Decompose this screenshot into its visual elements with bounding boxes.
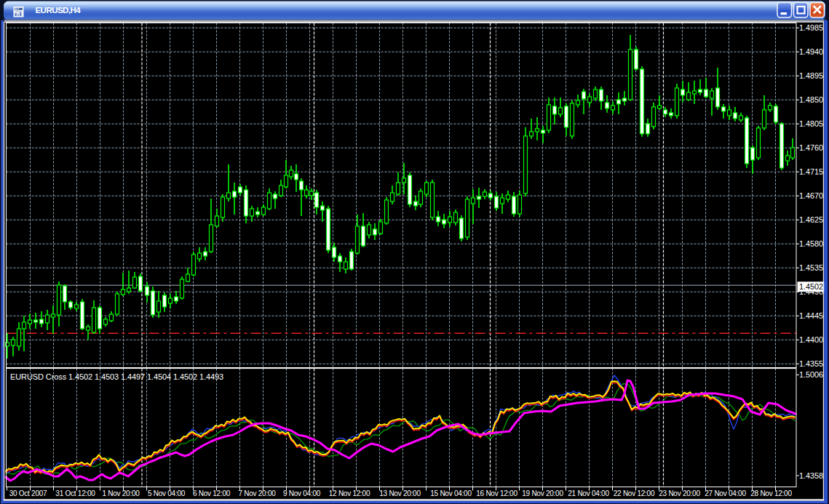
svg-text:1.5006: 1.5006 [799, 370, 823, 379]
svg-text:1.4445: 1.4445 [799, 311, 823, 320]
svg-text:9 Nov 04:00: 9 Nov 04:00 [283, 489, 321, 497]
svg-text:12 Nov 12:00: 12 Nov 12:00 [329, 489, 370, 497]
svg-text:1.4985: 1.4985 [799, 23, 823, 32]
svg-text:EURUSD Cross 1.4502 1.4503 1.4: EURUSD Cross 1.4502 1.4503 1.4497 1.4504… [10, 372, 223, 381]
svg-text:1.4400: 1.4400 [799, 335, 823, 344]
svg-text:21 Nov 04:00: 21 Nov 04:00 [568, 489, 609, 497]
svg-text:1.4895: 1.4895 [799, 71, 823, 80]
svg-text:1.4580: 1.4580 [799, 239, 823, 248]
svg-text:27 Nov 04:00: 27 Nov 04:00 [705, 489, 746, 497]
svg-text:1.4535: 1.4535 [799, 263, 823, 272]
svg-text:1.4670: 1.4670 [799, 191, 823, 200]
svg-text:5 Nov 04:00: 5 Nov 04:00 [148, 489, 186, 497]
svg-text:1.4940: 1.4940 [799, 47, 823, 56]
svg-text:30 Oct 2007: 30 Oct 2007 [9, 489, 47, 497]
svg-text:13 Nov 20:00: 13 Nov 20:00 [379, 489, 421, 497]
svg-text:31 Oct 12:00: 31 Oct 12:00 [55, 489, 95, 497]
svg-text:1 Nov 20:00: 1 Nov 20:00 [102, 489, 140, 497]
svg-text:16 Nov 12:00: 16 Nov 12:00 [476, 489, 517, 497]
svg-text:1.4355: 1.4355 [799, 359, 823, 368]
svg-text:1.4715: 1.4715 [799, 167, 823, 176]
svg-text:7 Nov 20:00: 7 Nov 20:00 [238, 489, 276, 497]
svg-text:1.4805: 1.4805 [799, 119, 823, 128]
svg-text:6 Nov 12:00: 6 Nov 12:00 [193, 489, 231, 497]
svg-text:1.4625: 1.4625 [799, 215, 823, 224]
svg-text:1.4850: 1.4850 [799, 95, 823, 104]
svg-text:28 Nov 12:00: 28 Nov 12:00 [750, 489, 792, 497]
svg-text:1.4358: 1.4358 [799, 471, 823, 480]
svg-text:23 Nov 20:00: 23 Nov 20:00 [659, 489, 700, 497]
svg-text:1.4502: 1.4502 [799, 282, 823, 291]
svg-text:22 Nov 12:00: 22 Nov 12:00 [614, 489, 655, 497]
svg-text:1.4760: 1.4760 [799, 143, 823, 152]
svg-text:EURUSD,H4: EURUSD,H4 [36, 6, 82, 15]
svg-text:15 Nov 04:00: 15 Nov 04:00 [430, 489, 472, 497]
